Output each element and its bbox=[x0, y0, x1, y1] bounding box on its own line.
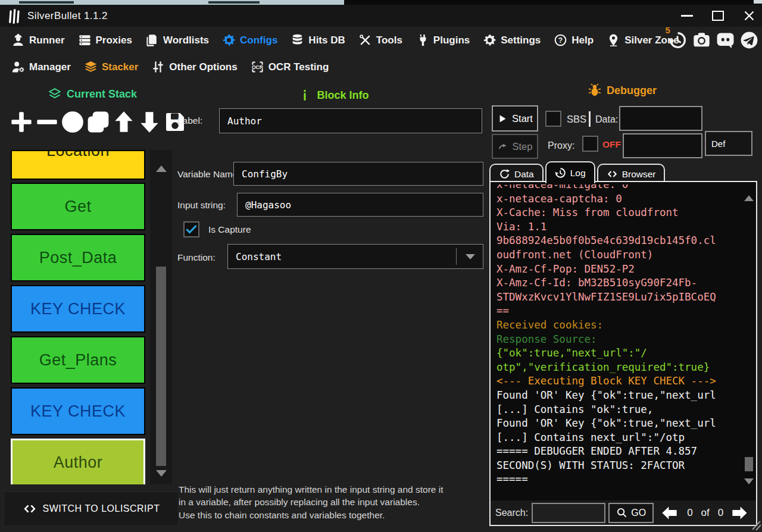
minus-icon bbox=[35, 110, 59, 134]
nav-item-proxies[interactable]: Proxies bbox=[71, 33, 139, 47]
label-input[interactable] bbox=[219, 108, 482, 133]
info-icon bbox=[298, 88, 312, 102]
stacker-icon bbox=[84, 60, 98, 74]
camera-icon[interactable] bbox=[692, 31, 711, 49]
log-search-input[interactable] bbox=[532, 503, 605, 523]
next-match-button[interactable] bbox=[729, 505, 749, 521]
log-output: x-netacea-mitigate: 0x-netacea-captcha: … bbox=[496, 184, 741, 498]
proxies-icon bbox=[78, 33, 92, 47]
move-down-button[interactable] bbox=[138, 107, 161, 137]
plus-icon bbox=[10, 110, 33, 134]
scrollbar-thumb[interactable] bbox=[745, 457, 753, 471]
map-pin-icon bbox=[607, 33, 620, 47]
arrow-right-icon bbox=[729, 505, 749, 521]
scroll-up-arrow[interactable] bbox=[743, 195, 755, 201]
nav-item-manager[interactable]: Manager bbox=[5, 60, 77, 74]
proxy-input[interactable] bbox=[623, 133, 702, 158]
previous-match-button[interactable] bbox=[660, 505, 680, 521]
input-string-input[interactable] bbox=[237, 193, 483, 217]
log-line: X-Amz-Cf-Id: bM32B510syG90F24Fb- bbox=[496, 276, 741, 290]
scroll-down-arrow[interactable] bbox=[743, 478, 755, 484]
function-value: Constant bbox=[228, 251, 282, 262]
bug-icon bbox=[588, 83, 602, 98]
data-type-value: Def bbox=[706, 139, 725, 149]
telegram-icon[interactable] bbox=[740, 31, 758, 49]
variable-name-input[interactable] bbox=[233, 162, 483, 186]
sbs-checkbox[interactable] bbox=[545, 111, 561, 127]
secondary-nav: ManagerStackerOther OptionsOCROCR Testin… bbox=[0, 54, 762, 80]
scrollbar-thumb[interactable] bbox=[156, 267, 166, 466]
debugger-log-panel: x-netacea-mitigate: 0x-netacea-captcha: … bbox=[489, 181, 757, 526]
play-icon bbox=[497, 114, 507, 124]
copy-icon bbox=[86, 110, 110, 134]
log-line: [...] Contains "ok":true, bbox=[496, 403, 741, 417]
switch-to-loliscript-button[interactable]: SWITCH TO LOLISCRIPT bbox=[4, 492, 179, 526]
stack-block-author[interactable]: Author bbox=[11, 439, 145, 484]
check-icon bbox=[185, 223, 198, 236]
match-total: 0 bbox=[718, 507, 723, 519]
nav-item-plugins[interactable]: Plugins bbox=[409, 33, 476, 47]
stack-toolbar bbox=[10, 106, 174, 138]
resize-grip[interactable] bbox=[751, 520, 761, 531]
wordlists-icon bbox=[145, 33, 159, 47]
log-line: x-netacea-mitigate: 0 bbox=[496, 184, 741, 192]
log-line: Via: 1.1 bbox=[496, 220, 741, 234]
stack-block-key-check[interactable]: KEY CHECK bbox=[11, 387, 145, 435]
tab-log[interactable]: Log bbox=[545, 161, 595, 183]
stack-block-get-plans[interactable]: Get_Plans bbox=[11, 336, 145, 384]
nav-item-hits-db[interactable]: Hits DB bbox=[284, 33, 351, 47]
stack-block-post-data[interactable]: Post_Data bbox=[11, 234, 145, 281]
plug-icon bbox=[416, 33, 429, 47]
function-dropdown[interactable]: Constant bbox=[227, 244, 483, 269]
scroll-up-arrow[interactable] bbox=[150, 165, 172, 172]
nav-item-wordlists[interactable]: Wordlists bbox=[139, 33, 216, 47]
proxy-caption: Proxy: bbox=[548, 140, 574, 151]
proxy-checkbox[interactable] bbox=[582, 136, 598, 152]
nav-item-other-options[interactable]: Other Options bbox=[145, 60, 243, 74]
stack-block-key-check[interactable]: KEY CHECK bbox=[11, 285, 145, 333]
log-line: ===== DEBUGGER ENDED AFTER 4.857 bbox=[496, 445, 741, 459]
stack-list-scrollbar[interactable] bbox=[150, 150, 172, 484]
nav-item-tools[interactable]: Tools bbox=[352, 33, 409, 47]
search-icon bbox=[616, 507, 627, 518]
log-line: otp","verification_required":true} bbox=[496, 361, 741, 375]
search-go-button[interactable]: GO bbox=[608, 503, 654, 523]
discord-icon[interactable] bbox=[716, 31, 735, 49]
maximize-button[interactable] bbox=[711, 9, 725, 23]
nav-item-help[interactable]: ?Help bbox=[547, 33, 600, 47]
scroll-down-arrow[interactable] bbox=[150, 470, 172, 477]
nav-item-runner[interactable]: Runner bbox=[5, 33, 71, 47]
silverbullet-window: SilverBullet 1.1.2 RunnerProxiesWordlist… bbox=[0, 0, 762, 532]
log-line: == bbox=[496, 304, 741, 318]
nav-item-stacker[interactable]: Stacker bbox=[77, 60, 145, 74]
match-index: 0 bbox=[687, 507, 692, 519]
log-line: Received cookies: bbox=[496, 318, 741, 333]
nav-item-configs[interactable]: Configs bbox=[216, 33, 284, 47]
history-icon[interactable] bbox=[669, 31, 687, 49]
debug-data-input[interactable] bbox=[619, 106, 702, 131]
stack-block-get[interactable]: Get bbox=[11, 183, 145, 230]
move-up-button[interactable] bbox=[112, 107, 136, 137]
input-string-caption: Input string: bbox=[177, 200, 226, 211]
stack-block-location[interactable]: Location bbox=[11, 150, 145, 180]
minimize-button[interactable] bbox=[680, 9, 694, 23]
code-icon bbox=[23, 502, 37, 516]
start-button[interactable]: Start bbox=[492, 105, 538, 132]
delete-block-button[interactable] bbox=[61, 107, 85, 137]
log-scrollbar[interactable] bbox=[743, 184, 755, 498]
clone-block-button[interactable] bbox=[86, 107, 110, 137]
titlebar: SilverBullet 1.1.2 bbox=[0, 5, 762, 27]
remove-block-button[interactable] bbox=[35, 107, 59, 137]
close-button[interactable] bbox=[742, 9, 756, 23]
nav-item-ocr-testing[interactable]: OCROCR Testing bbox=[244, 60, 336, 74]
layers-icon bbox=[48, 87, 62, 101]
step-button[interactable]: Step bbox=[492, 134, 538, 159]
stack-block-list: LocationGetPost_DataKEY CHECKGet_PlansKE… bbox=[11, 150, 145, 484]
is-capture-checkbox[interactable] bbox=[183, 221, 199, 237]
add-block-button[interactable] bbox=[10, 107, 33, 137]
data-type-dropdown[interactable]: Def bbox=[705, 131, 752, 156]
log-line: {"ok":true,"next_url":"/ bbox=[496, 346, 741, 361]
nav-item-settings[interactable]: Settings bbox=[476, 33, 547, 47]
log-line: STDWxzKvcv1YlNwFIZ1SE9Lu7ix5pIBCoEQ bbox=[496, 290, 741, 305]
background-text-fragment bbox=[208, 1, 260, 4]
